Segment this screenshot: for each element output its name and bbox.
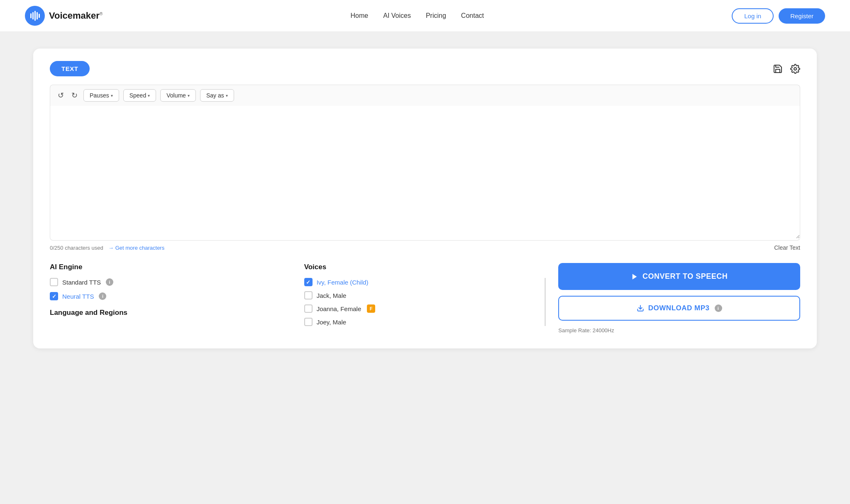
svg-rect-4 [39,14,40,18]
sayas-chevron-icon: ▾ [226,93,228,98]
standard-tts-option: Standard TTS i [50,278,292,286]
neural-tts-label: Neural TTS [62,293,94,300]
save-icon [773,64,783,74]
download-info-icon[interactable]: i [715,304,722,312]
toolbar: ↺ ↻ Pauses ▾ Speed ▾ Volume ▾ Say as ▾ [50,85,800,106]
pauses-chevron-icon: ▾ [111,93,113,98]
char-count: 0/250 characters used [50,245,103,251]
text-input[interactable] [50,106,800,239]
ai-engine-title: AI Engine [50,263,292,271]
voice-item-ivy[interactable]: Ivy, Female (Child) [304,278,542,286]
voices-section: Voices Ivy, Female (Child) Jack, Male Jo… [304,263,546,326]
logo-text: Voicemaker® [49,10,103,21]
volume-chevron-icon: ▾ [188,93,190,98]
nav-home[interactable]: Home [351,12,369,19]
pauses-label: Pauses [90,92,109,99]
voice-item-jack[interactable]: Jack, Male [304,291,542,299]
neural-tts-checkbox[interactable] [50,292,58,300]
voices-list: Ivy, Female (Child) Jack, Male Joanna, F… [304,278,546,326]
settings-button[interactable] [790,64,800,74]
voice-ivy-checkbox[interactable] [304,278,313,286]
convert-to-speech-button[interactable]: CONVERT TO SPEECH [558,263,800,290]
text-meta: 0/250 characters used → Get more charact… [50,244,800,251]
nav-actions: Log in Register [732,8,825,24]
save-button[interactable] [773,64,783,74]
volume-dropdown[interactable]: Volume ▾ [160,89,196,102]
logo-icon [25,6,45,26]
language-regions-section: Language and Regions [50,309,292,317]
nav-ai-voices[interactable]: AI Voices [383,12,411,19]
login-button[interactable]: Log in [732,8,774,24]
svg-marker-6 [633,274,637,280]
standard-tts-label: Standard TTS [62,279,101,286]
clear-text-button[interactable]: Clear Text [774,244,800,251]
svg-rect-3 [37,12,38,19]
voice-ivy-label: Ivy, Female (Child) [317,279,369,286]
nav-contact[interactable]: Contact [461,12,484,19]
neural-tts-info-icon[interactable]: i [99,292,106,300]
voice-item-joanna[interactable]: Joanna, Female F [304,304,542,313]
main-card: TEXT ↺ ↻ [33,49,817,348]
voice-joanna-badge: F [367,304,375,313]
sayas-label: Say as [206,92,224,99]
download-icon [637,304,644,312]
language-regions-title: Language and Regions [50,309,292,317]
text-area-wrap [50,106,800,241]
action-section: CONVERT TO SPEECH DOWNLOAD MP3 i Sample … [558,263,800,334]
convert-label: CONVERT TO SPEECH [642,272,728,281]
redo-button[interactable]: ↻ [70,90,79,101]
voice-joey-checkbox[interactable] [304,318,313,326]
pauses-dropdown[interactable]: Pauses ▾ [83,89,119,102]
svg-point-5 [794,68,796,70]
svg-rect-2 [34,11,36,21]
voice-jack-checkbox[interactable] [304,291,313,299]
nav-links: Home AI Voices Pricing Contact [351,12,484,19]
download-mp3-button[interactable]: DOWNLOAD MP3 i [558,296,800,321]
navbar: Voicemaker® Home AI Voices Pricing Conta… [0,0,850,32]
voice-joanna-checkbox[interactable] [304,304,313,313]
voice-joey-label: Joey, Male [317,319,346,326]
nav-pricing[interactable]: Pricing [426,12,446,19]
sayas-dropdown[interactable]: Say as ▾ [200,89,234,102]
play-icon [631,273,638,280]
voice-joanna-label: Joanna, Female [317,305,361,312]
svg-rect-0 [30,13,32,18]
logo: Voicemaker® [25,6,103,26]
text-tab-button[interactable]: TEXT [50,61,90,76]
speed-dropdown[interactable]: Speed ▾ [123,89,156,102]
volume-label: Volume [166,92,186,99]
sample-rate-text: Sample Rate: 24000Hz [558,327,800,334]
card-header-icons [773,64,800,74]
get-more-characters-link[interactable]: → Get more characters [108,245,164,251]
voices-title: Voices [304,263,546,271]
svg-rect-1 [32,12,34,19]
voice-item-joey[interactable]: Joey, Male [304,318,542,326]
voice-jack-label: Jack, Male [317,292,347,299]
ai-engine-section: AI Engine Standard TTS i Neural TTS i La… [50,263,292,324]
standard-tts-checkbox[interactable] [50,278,58,286]
download-label: DOWNLOAD MP3 [648,304,710,312]
speed-label: Speed [129,92,146,99]
engine-options: Standard TTS i Neural TTS i [50,278,292,300]
card-header: TEXT [50,61,800,76]
undo-button[interactable]: ↺ [56,90,66,101]
register-button[interactable]: Register [779,8,825,24]
char-count-wrap: 0/250 characters used → Get more charact… [50,244,164,251]
speed-chevron-icon: ▾ [148,93,150,98]
bottom-section: AI Engine Standard TTS i Neural TTS i La… [50,263,800,334]
main-container: TEXT ↺ ↻ [0,32,850,365]
neural-tts-option: Neural TTS i [50,292,292,300]
gear-icon [790,64,800,74]
standard-tts-info-icon[interactable]: i [106,278,113,286]
